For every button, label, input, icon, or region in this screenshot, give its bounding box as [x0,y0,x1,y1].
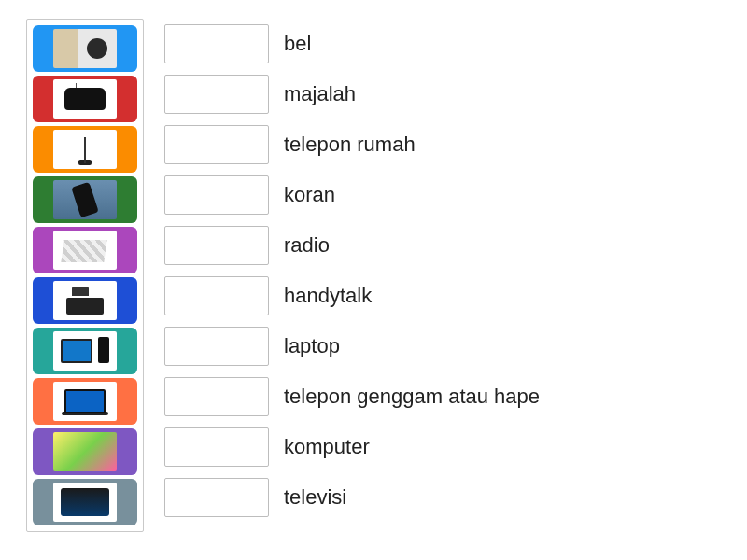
card-bell[interactable] [33,25,137,72]
card-deskphone[interactable] [33,277,137,324]
answer-row: handytalk [164,273,540,319]
card-computer-image [53,331,117,371]
drop-slot[interactable] [164,226,269,265]
card-handphone[interactable] [33,176,137,223]
answer-label: koran [284,183,335,207]
card-computer[interactable] [33,328,137,374]
answer-row: laptop [164,323,540,370]
answer-label: komputer [284,435,370,459]
drop-slot[interactable] [164,75,269,114]
answer-row: radio [164,222,540,269]
draggable-cards-panel [26,19,144,532]
answer-row: bel [164,21,540,67]
answer-label: handytalk [284,284,372,308]
card-laptop[interactable] [33,378,137,425]
card-radio[interactable] [33,76,137,122]
drop-slot[interactable] [164,377,269,416]
answer-label: bel [284,32,311,56]
card-handytalk[interactable] [33,126,137,173]
answer-label: televisi [284,485,346,510]
card-television-image [53,483,117,522]
card-newspaper[interactable] [33,227,137,273]
answer-row: telepon genggam atau hape [164,373,540,420]
answer-row: majalah [164,71,540,118]
card-laptop-image [53,382,117,421]
card-deskphone-image [53,281,117,320]
drop-slot[interactable] [164,24,269,63]
answer-label: laptop [284,334,340,358]
card-bell-image [53,29,117,68]
drop-slot[interactable] [164,427,269,467]
card-television[interactable] [33,479,137,525]
answer-label: telepon rumah [284,133,416,157]
drop-slot[interactable] [164,276,269,315]
card-radio-image [53,79,117,119]
card-handphone-image [53,180,117,219]
answer-list: belmajalahtelepon rumahkoranradiohandyta… [164,19,540,521]
answer-row: telepon rumah [164,121,540,168]
answer-row: komputer [164,424,540,470]
drop-slot[interactable] [164,175,269,215]
card-magazine-image [53,432,117,471]
answer-row: televisi [164,474,540,521]
answer-label: radio [284,233,330,258]
drop-slot[interactable] [164,478,269,517]
card-newspaper-image [53,231,117,270]
answer-label: majalah [284,82,356,106]
answer-row: koran [164,172,540,218]
drop-slot[interactable] [164,327,269,366]
matching-activity: belmajalahtelepon rumahkoranradiohandyta… [26,19,747,532]
drop-slot[interactable] [164,125,269,164]
card-handytalk-image [53,130,117,169]
card-magazine[interactable] [33,428,137,475]
answer-label: telepon genggam atau hape [284,385,540,409]
